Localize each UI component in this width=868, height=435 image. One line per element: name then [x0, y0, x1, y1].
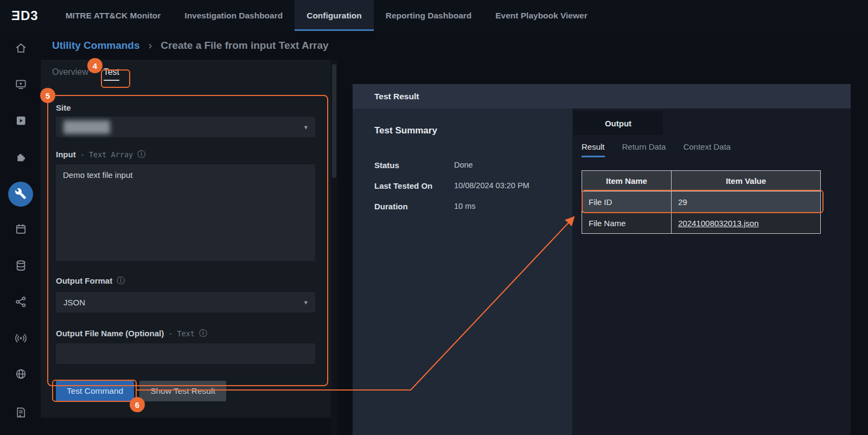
- annotation-badge-6: 6: [130, 397, 145, 412]
- test-command-button[interactable]: Test Command: [56, 381, 134, 401]
- sidebar-item-schedule[interactable]: [8, 218, 33, 242]
- monitor-play-icon: [15, 78, 27, 92]
- table-row-file-id: File ID 29: [582, 191, 821, 213]
- summary-row-last-tested: Last Tested On 10/08/2024 03:20 PM: [374, 181, 564, 190]
- show-test-result-button[interactable]: Show Test Result: [139, 381, 226, 401]
- site-dropdown[interactable]: ▾: [56, 117, 315, 137]
- wrench-icon: [15, 188, 27, 201]
- subtab-return-data[interactable]: Return Data: [622, 142, 666, 157]
- tab-test[interactable]: Test: [104, 67, 119, 81]
- nav-event-playbook-viewer[interactable]: Event Playbook Viewer: [483, 0, 599, 31]
- nav-mitre-attack-monitor[interactable]: MITRE ATT&CK Monitor: [54, 0, 173, 31]
- sidebar-item-integrations[interactable]: [8, 145, 33, 170]
- breadcrumb-chevron-icon: ›: [149, 39, 152, 52]
- top-nav-items: MITRE ATT&CK Monitor Investigation Dashb…: [54, 0, 599, 31]
- nav-investigation-dashboard[interactable]: Investigation Dashboard: [173, 0, 295, 31]
- globe-icon: [15, 368, 27, 382]
- output-pane: Output Result Return Data Context Data I…: [572, 108, 851, 435]
- column-header-item-value: Item Value: [672, 171, 821, 191]
- report-document-icon: [15, 406, 27, 420]
- file-name-link[interactable]: 20241008032013.json: [678, 219, 758, 228]
- sidebar-item-data[interactable]: [8, 254, 33, 279]
- sidebar-item-signals[interactable]: [8, 327, 33, 351]
- puzzle-icon: [15, 151, 27, 165]
- cell-file-id-value: 29: [672, 191, 821, 213]
- top-navigation-bar: ƎD3 MITRE ATT&CK Monitor Investigation D…: [0, 0, 868, 31]
- output-file-name-label: Output File Name (Optional) - Text ⓘ: [56, 328, 207, 338]
- input-type-hint: - Text Array: [80, 150, 133, 159]
- tab-output[interactable]: Output: [573, 111, 663, 135]
- cell-file-name-value: 20241008032013.json: [672, 213, 821, 234]
- sidebar-item-home[interactable]: [8, 36, 33, 61]
- output-file-type-hint: - Text: [168, 329, 195, 338]
- scrollbar-thumb[interactable]: [332, 64, 336, 178]
- command-test-panel: Overview Test Site ▾ Input - Text Array …: [41, 60, 331, 418]
- output-result-table: Item Name Item Value File ID 29 File Nam…: [582, 170, 821, 234]
- chevron-down-icon: ▾: [304, 123, 308, 131]
- column-header-item-name: Item Name: [582, 171, 672, 191]
- broadcast-icon: [15, 332, 27, 346]
- page-title: Create a File from input Text Array: [161, 40, 328, 52]
- breadcrumb: Utility Commands › Create a File from in…: [41, 31, 868, 60]
- panel-bottom-strip: [41, 418, 331, 435]
- breadcrumb-utility-commands[interactable]: Utility Commands: [52, 40, 140, 52]
- site-value-redacted: [63, 120, 110, 134]
- icon-sidebar: [0, 31, 41, 435]
- video-play-icon: [15, 114, 27, 129]
- tab-overview[interactable]: Overview: [52, 67, 88, 81]
- vertical-scrollbar[interactable]: [331, 60, 337, 435]
- last-tested-value: 10/08/2024 03:20 PM: [454, 181, 529, 190]
- site-label: Site: [56, 103, 71, 112]
- output-subtabs: Result Return Data Context Data: [582, 142, 731, 157]
- annotation-badge-5: 5: [40, 88, 55, 103]
- sidebar-item-connections[interactable]: [8, 290, 33, 315]
- output-file-name-input[interactable]: [56, 343, 315, 364]
- sidebar-item-playbooks[interactable]: [8, 109, 33, 134]
- nav-configuration[interactable]: Configuration: [295, 0, 374, 31]
- annotation-badge-4: 4: [87, 58, 103, 73]
- summary-row-duration: Duration 10 ms: [374, 202, 564, 211]
- test-result-panel: Test Result Test Summary Status Done Las…: [353, 84, 851, 435]
- test-result-header: Test Result: [353, 84, 851, 108]
- info-icon[interactable]: ⓘ: [199, 328, 207, 338]
- table-header-row: Item Name Item Value: [582, 171, 821, 191]
- d3-logo: ƎD3: [0, 0, 54, 31]
- table-row-file-name: File Name 20241008032013.json: [582, 213, 821, 234]
- input-label: Input - Text Array ⓘ: [56, 149, 145, 159]
- sidebar-item-geo[interactable]: [8, 362, 33, 387]
- sidebar-item-reports[interactable]: [8, 401, 33, 426]
- info-icon[interactable]: ⓘ: [137, 149, 145, 159]
- cell-file-id-name: File ID: [582, 191, 672, 213]
- duration-value: 10 ms: [454, 202, 476, 211]
- nav-reporting-dashboard[interactable]: Reporting Dashboard: [374, 0, 483, 31]
- panel-tabs: Overview Test: [52, 67, 119, 81]
- input-textarea[interactable]: Demo text file input: [56, 164, 315, 261]
- share-nodes-icon: [15, 296, 27, 310]
- summary-row-status: Status Done: [374, 161, 564, 170]
- chevron-down-icon: ▾: [304, 298, 308, 306]
- subtab-context-data[interactable]: Context Data: [683, 142, 731, 157]
- calendar-icon: [15, 223, 27, 237]
- home-icon: [15, 42, 27, 56]
- output-format-dropdown[interactable]: JSON ▾: [56, 292, 315, 312]
- status-value: Done: [454, 161, 473, 170]
- subtab-result[interactable]: Result: [582, 142, 605, 157]
- sidebar-item-monitor[interactable]: [8, 73, 33, 98]
- test-summary-title: Test Summary: [374, 125, 437, 136]
- database-icon: [15, 259, 27, 273]
- info-icon[interactable]: ⓘ: [117, 276, 125, 286]
- sidebar-item-utility-commands[interactable]: [8, 182, 33, 207]
- cell-file-name-name: File Name: [582, 213, 672, 234]
- output-format-label: Output Format ⓘ: [56, 276, 125, 286]
